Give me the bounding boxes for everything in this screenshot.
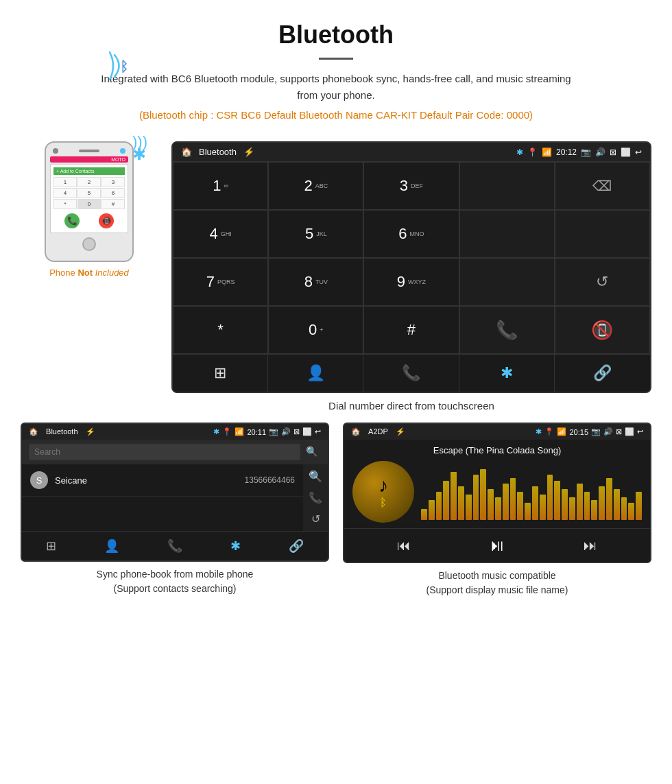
window-icon[interactable]: ⬜ — [621, 147, 631, 157]
visualizer-bar — [577, 484, 583, 520]
pb-home-icon[interactable]: 🏠 — [29, 427, 38, 436]
back-icon[interactable]: ↩ — [635, 147, 642, 157]
pb-nav-connect[interactable]: 🔗 — [289, 538, 304, 554]
phone-end-btn[interactable]: 📵 — [99, 213, 114, 228]
phone-call-btn[interactable]: 📞 — [64, 213, 80, 228]
pb-side-call-icon[interactable]: 📞 — [309, 491, 322, 504]
pb-search-input[interactable] — [29, 444, 300, 460]
phone-call-buttons: 📞 📵 — [53, 212, 125, 230]
music-loc-icon: 📍 — [544, 427, 554, 436]
key-3[interactable]: 3 DEF — [363, 162, 459, 210]
play-pause-btn[interactable]: ⏯ — [489, 536, 505, 555]
pb-back-icon[interactable]: ↩ — [315, 427, 321, 436]
end-call-btn[interactable]: 📵 — [555, 306, 650, 354]
nav-dialpad[interactable]: ⊞ — [173, 355, 268, 392]
key-6-sub: MNO — [410, 230, 424, 237]
phone-sensor — [120, 148, 125, 154]
music-time: 20:15 — [569, 428, 588, 436]
music-win-icon[interactable]: ⬜ — [625, 427, 634, 436]
visualizer-bar — [614, 489, 620, 520]
dialpad-caption: Dial number direct from touchscreen — [171, 393, 651, 423]
pb-cam-icon[interactable]: 📷 — [269, 427, 278, 436]
key-9[interactable]: 9 WXYZ — [363, 258, 459, 306]
nav-call-log[interactable]: 📞 — [363, 355, 459, 392]
pb-signal-icon: 📶 — [235, 427, 244, 436]
contact-row-seicane[interactable]: S Seicane 13566664466 — [22, 464, 303, 497]
status-bar-left: 🏠 Bluetooth ⚡ — [181, 147, 254, 157]
pb-win-icon[interactable]: ⬜ — [302, 427, 312, 436]
pb-loc-icon: 📍 — [222, 427, 232, 436]
music-screen: 🏠 A2DP ⚡ ✱ 📍 📶 20:15 📷 🔊 ⊠ ⬜ ↩ — [343, 423, 651, 563]
music-cam-icon[interactable]: 📷 — [591, 427, 601, 436]
pb-side-refresh-icon[interactable]: ↺ — [311, 512, 320, 525]
phone-key-5[interactable]: 5 — [77, 188, 101, 198]
key-4[interactable]: 4 GHI — [173, 210, 268, 258]
phonebook-item: 🏠 Bluetooth ⚡ ✱ 📍 📶 20:11 📷 🔊 ⊠ ⬜ ↩ — [21, 423, 329, 597]
car-screen-dialpad: 🏠 Bluetooth ⚡ ✱ 📍 📶 20:12 📷 🔊 ⊠ ⬜ ↩ — [171, 141, 651, 393]
phone-key-1[interactable]: 1 — [53, 177, 77, 187]
close-icon[interactable]: ⊠ — [610, 147, 616, 157]
phone-key-hash[interactable]: # — [101, 199, 125, 209]
music-close-icon[interactable]: ⊠ — [616, 427, 622, 436]
phone-screen-header: + Add to Contacts — [53, 167, 125, 175]
volume-icon[interactable]: 🔊 — [595, 147, 605, 157]
visualizer-bar — [436, 492, 442, 520]
backspace-btn[interactable]: ⌫ — [555, 162, 650, 210]
phone-key-4[interactable]: 4 — [53, 188, 77, 198]
header-description: Integrated with BC6 Bluetooth module, su… — [96, 71, 576, 104]
visualizer-bar — [636, 492, 642, 520]
music-controls: ⏮ ⏯ ⏭ — [344, 528, 650, 562]
redial-btn[interactable]: ↺ — [555, 258, 650, 306]
pb-content-area: S Seicane 13566664466 🔍 📞 ↺ — [22, 464, 328, 531]
bt-waves: ᛒ — [106, 45, 141, 89]
visualizer-bar — [488, 489, 494, 520]
nav-contacts[interactable]: 👤 — [268, 355, 363, 392]
next-btn[interactable]: ⏭ — [584, 538, 597, 554]
visualizer-bar — [480, 469, 486, 520]
music-item: 🏠 A2DP ⚡ ✱ 📍 📶 20:15 📷 🔊 ⊠ ⬜ ↩ — [343, 423, 651, 597]
pb-close-icon[interactable]: ⊠ — [293, 427, 300, 436]
key-8[interactable]: 8 TUV — [268, 258, 363, 306]
key-5[interactable]: 5 JKL — [268, 210, 363, 258]
visualizer-bar — [562, 489, 568, 520]
key-0[interactable]: 0 + — [268, 306, 363, 354]
key-1[interactable]: 1 ∞ — [173, 162, 268, 210]
visualizer-bar — [591, 500, 597, 520]
music-visualizer — [421, 461, 642, 523]
phone-key-2[interactable]: 2 — [77, 177, 101, 187]
pb-nav-contacts[interactable]: 👤 — [104, 538, 119, 554]
key-hash[interactable]: # — [363, 306, 459, 354]
key-6[interactable]: 6 MNO — [363, 210, 459, 258]
phone-home-button[interactable] — [82, 237, 96, 251]
pb-vol-icon[interactable]: 🔊 — [281, 427, 291, 436]
key-2[interactable]: 2 ABC — [268, 162, 363, 210]
key-star[interactable]: * — [173, 306, 268, 354]
pb-nav-dialpad[interactable]: ⊞ — [46, 538, 56, 554]
music-home-icon[interactable]: 🏠 — [351, 427, 361, 436]
visualizer-bar — [473, 475, 479, 520]
visualizer-bar — [421, 509, 427, 520]
call-green-icon: 📞 — [496, 320, 518, 341]
camera-icon[interactable]: 📷 — [581, 147, 591, 157]
phone-key-3[interactable]: 3 — [101, 177, 125, 187]
key-3-sub: DEF — [411, 182, 423, 189]
phone-key-7[interactable]: * — [53, 199, 77, 209]
pb-contact-list: S Seicane 13566664466 — [22, 464, 303, 531]
car-home-icon[interactable]: 🏠 — [181, 147, 192, 157]
visualizer-bar — [458, 486, 464, 520]
music-album-art: ♪ ᛒ — [352, 461, 414, 523]
phone-key-6[interactable]: 6 — [101, 188, 125, 198]
nav-connect[interactable]: 🔗 — [555, 355, 650, 392]
pb-nav-bt[interactable]: ✱ — [230, 538, 241, 554]
music-back-icon[interactable]: ↩ — [637, 427, 643, 436]
visualizer-bar — [547, 475, 553, 520]
music-vol-icon[interactable]: 🔊 — [603, 427, 613, 436]
pb-nav-call[interactable]: 📞 — [167, 538, 182, 554]
call-btn[interactable]: 📞 — [459, 306, 555, 354]
key-7[interactable]: 7 PQRS — [173, 258, 268, 306]
phone-key-0[interactable]: 0 — [77, 199, 101, 209]
prev-btn[interactable]: ⏮ — [397, 538, 411, 554]
nav-bt[interactable]: ✱ — [459, 355, 555, 392]
pb-side-search-icon[interactable]: 🔍 — [309, 470, 322, 483]
header-divider — [319, 58, 353, 60]
